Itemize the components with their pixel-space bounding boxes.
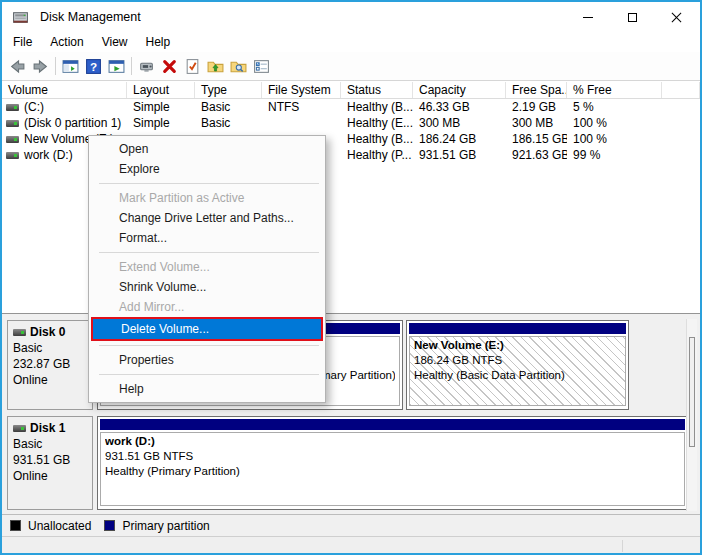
menu-item-format[interactable]: Format... xyxy=(89,228,325,248)
volume-row-disk0-partition1[interactable]: (Disk 0 partition 1) Simple Basic Health… xyxy=(2,115,700,131)
column-header-empty xyxy=(662,82,700,98)
disk-icon xyxy=(13,329,26,336)
svg-text:?: ? xyxy=(90,59,97,72)
menu-separator xyxy=(99,252,319,253)
volume-icon xyxy=(6,136,19,143)
partition-title: work (D:) xyxy=(105,434,680,449)
cell-pct-free: 100 % xyxy=(567,131,662,147)
column-header-pct-free[interactable]: % Free xyxy=(567,82,662,98)
partition-status: Healthy (Basic Data Partition) xyxy=(414,368,621,383)
cell-free-space: 921.63 GB xyxy=(506,147,567,163)
menu-view[interactable]: View xyxy=(93,33,137,51)
maximize-icon xyxy=(628,13,637,22)
cell-pct-free: 100 % xyxy=(567,115,662,131)
volume-row-c[interactable]: (C:) Simple Basic NTFS Healthy (B... 46.… xyxy=(2,99,700,115)
volume-name: (Disk 0 partition 1) xyxy=(24,115,121,131)
cell-status: Healthy (E... xyxy=(341,115,413,131)
primary-partition-strip xyxy=(100,419,685,430)
cell-free-space: 2.19 GB xyxy=(506,99,567,115)
column-header-file-system[interactable]: File System xyxy=(262,82,341,98)
disk-status: Online xyxy=(13,372,87,388)
cell-layout: Simple xyxy=(127,115,195,131)
volume-context-menu: Open Explore Mark Partition as Active Ch… xyxy=(88,135,326,403)
menu-item-open[interactable]: Open xyxy=(89,139,325,159)
minimize-button[interactable] xyxy=(566,2,610,32)
primary-partition-strip xyxy=(409,323,626,334)
unallocated-legend-swatch xyxy=(10,520,21,531)
cell-free-space: 186.15 GB xyxy=(506,131,567,147)
disk1-partition-work-d[interactable]: work (D:) 931.51 GB NTFS Healthy (Primar… xyxy=(97,416,688,510)
validate-document-button[interactable] xyxy=(181,55,204,77)
column-header-type[interactable]: Type xyxy=(195,82,262,98)
folder-up-button[interactable] xyxy=(204,55,227,77)
delete-button[interactable] xyxy=(158,55,181,77)
volume-icon xyxy=(6,120,19,127)
cell-file-system xyxy=(262,115,341,131)
show-console-tree-button[interactable] xyxy=(59,55,82,77)
menubar: File Action View Help xyxy=(2,32,700,52)
menu-item-delete-volume[interactable]: Delete Volume... xyxy=(91,317,323,341)
volume-icon xyxy=(6,152,19,159)
cell-capacity: 46.33 GB xyxy=(413,99,506,115)
menu-item-properties[interactable]: Properties xyxy=(89,350,325,370)
menu-separator xyxy=(99,183,319,184)
menu-file[interactable]: File xyxy=(4,33,41,51)
partition-size: 931.51 GB NTFS xyxy=(105,449,680,464)
forward-button[interactable] xyxy=(29,55,52,77)
cell-type: Basic xyxy=(195,115,262,131)
maximize-button[interactable] xyxy=(610,2,654,32)
menu-item-shrink-volume[interactable]: Shrink Volume... xyxy=(89,277,325,297)
column-header-layout[interactable]: Layout xyxy=(127,82,195,98)
disk-name: Disk 0 xyxy=(30,324,65,340)
column-header-capacity[interactable]: Capacity xyxy=(413,82,506,98)
disk0-partition-new-volume-e[interactable]: New Volume (E:) 186.24 GB NTFS Healthy (… xyxy=(406,320,629,410)
device-button[interactable] xyxy=(135,55,158,77)
status-bar xyxy=(2,536,700,553)
cell-capacity: 186.24 GB xyxy=(413,131,506,147)
menu-help[interactable]: Help xyxy=(137,33,180,51)
volume-icon xyxy=(6,104,19,111)
folder-up-icon xyxy=(207,58,224,75)
cell-layout: Simple xyxy=(127,99,195,115)
column-header-free-space[interactable]: Free Spa... xyxy=(506,82,567,98)
cell-capacity: 300 MB xyxy=(413,115,506,131)
cell-pct-free: 99 % xyxy=(567,147,662,163)
disk-kind: Basic xyxy=(13,340,87,356)
help-icon: ? xyxy=(85,58,102,75)
cell-free-space: 300 MB xyxy=(506,115,567,131)
menu-separator xyxy=(99,345,319,346)
legend-bar: Unallocated Primary partition xyxy=(2,514,700,536)
volume-name: work (D:) xyxy=(24,147,73,163)
help-button[interactable]: ? xyxy=(82,55,105,77)
menu-item-explore[interactable]: Explore xyxy=(89,159,325,179)
disk1-label-box[interactable]: Disk 1 Basic 931.51 GB Online xyxy=(7,416,93,510)
close-button[interactable] xyxy=(654,2,698,32)
export-list-icon xyxy=(108,58,125,75)
disk-management-app-icon xyxy=(12,9,29,26)
disk0-label-box[interactable]: Disk 0 Basic 232.87 GB Online xyxy=(7,320,93,410)
disk-pane-scrollbar[interactable] xyxy=(686,319,697,511)
close-icon xyxy=(671,12,682,23)
disk-icon xyxy=(13,425,26,432)
cell-pct-free: 5 % xyxy=(567,99,662,115)
primary-partition-legend-swatch xyxy=(104,520,115,531)
folder-search-button[interactable] xyxy=(227,55,250,77)
menu-item-help[interactable]: Help xyxy=(89,379,325,399)
back-button[interactable] xyxy=(6,55,29,77)
window-title: Disk Management xyxy=(40,10,141,24)
properties-list-button[interactable] xyxy=(250,55,273,77)
device-icon xyxy=(138,58,155,75)
delete-x-icon xyxy=(161,58,178,75)
disk-size: 931.51 GB xyxy=(13,452,87,468)
column-header-volume[interactable]: Volume xyxy=(2,82,127,98)
column-header-status[interactable]: Status xyxy=(341,82,413,98)
forward-icon xyxy=(32,58,49,75)
volume-list-header: Volume Layout Type File System Status Ca… xyxy=(2,82,700,99)
export-list-button[interactable] xyxy=(105,55,128,77)
scrollbar-thumb[interactable] xyxy=(689,337,695,447)
menu-action[interactable]: Action xyxy=(41,33,92,51)
menu-item-change-drive-letter[interactable]: Change Drive Letter and Paths... xyxy=(89,208,325,228)
minimize-icon xyxy=(583,17,593,18)
disk-management-window: Disk Management File Action View Help ? xyxy=(0,0,702,555)
disk-name: Disk 1 xyxy=(30,420,65,436)
